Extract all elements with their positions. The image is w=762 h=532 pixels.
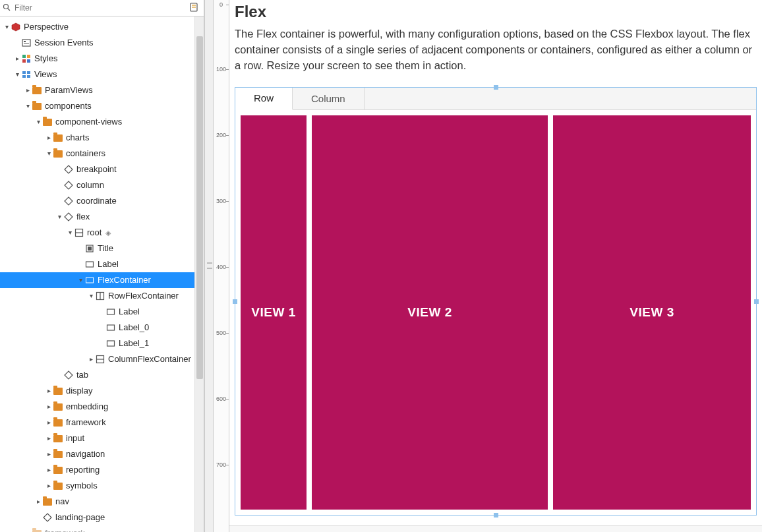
tree-label: landing-page <box>55 510 105 525</box>
tree-label: input <box>66 430 84 446</box>
tree-label: Title <box>98 241 113 256</box>
tree-label: coordinate <box>76 193 117 209</box>
tree-node-rowflex[interactable]: ▾ RowFlexContainer <box>0 288 204 304</box>
tree-label: tab <box>76 367 88 383</box>
svg-rect-25 <box>107 309 115 314</box>
ruler-tick: 300 <box>214 198 229 204</box>
view-2[interactable]: VIEW 2 <box>312 115 548 510</box>
resize-handle-right[interactable] <box>754 299 759 304</box>
selected-flex-container[interactable]: Row Column VIEW 1 VIEW 2 VIEW 3 <box>235 87 757 516</box>
label-icon <box>105 338 116 349</box>
flex-views-row: VIEW 1 VIEW 2 VIEW 3 <box>235 110 756 515</box>
tree-node-perspective[interactable]: ▾ Perspective <box>0 19 204 35</box>
tree-node-breakpoint[interactable]: ▸ breakpoint <box>0 162 204 177</box>
tree-node-tab[interactable]: ▸ tab <box>0 367 204 383</box>
tree-node-display[interactable]: ▸display <box>0 383 204 399</box>
tree-label: containers <box>66 146 105 162</box>
view-icon <box>63 196 74 206</box>
tree-node-component-views[interactable]: ▾ component-views <box>0 114 204 130</box>
tree-node-label-2[interactable]: ▸ Label <box>0 304 204 320</box>
ruler-tick: 0 <box>214 1 229 8</box>
tree-node-flexcontainer[interactable]: ▾ FlexContainer <box>0 272 204 288</box>
svg-rect-14 <box>27 71 30 74</box>
horizontal-ruler <box>229 525 762 532</box>
resize-handle-left[interactable] <box>233 299 237 304</box>
tree-label: navigation <box>66 446 105 462</box>
tree-node-coordinate[interactable]: ▸ coordinate <box>0 193 204 209</box>
tree-label: framework <box>66 415 106 430</box>
filter-tool-button[interactable] <box>187 3 201 14</box>
tree-node-containers[interactable]: ▾ containers <box>0 146 204 162</box>
tree-node-views[interactable]: ▾ Views <box>0 67 204 82</box>
view-icon <box>63 370 74 380</box>
flex-tabs: Row Column <box>235 88 756 110</box>
folder-icon <box>53 417 63 428</box>
tree-node-components[interactable]: ▾ components <box>0 98 204 114</box>
tree-node-embedding[interactable]: ▸embedding <box>0 399 204 415</box>
tree-label: Perspective <box>24 19 69 35</box>
filter-bar <box>0 0 204 16</box>
tree-node-charts[interactable]: ▸ charts <box>0 130 204 146</box>
ruler-tick: 400 <box>214 264 229 270</box>
tree-node-symbols[interactable]: ▸symbols <box>0 478 204 494</box>
svg-rect-13 <box>22 71 26 74</box>
folder-icon <box>42 496 53 507</box>
folder-icon <box>53 401 63 412</box>
tree-node-session-events[interactable]: ▸ Session Events <box>0 35 204 51</box>
tree-label: RowFlexContainer <box>108 288 179 304</box>
resize-handle-bottom[interactable] <box>494 513 498 517</box>
project-tree[interactable]: ▾ Perspective ▸ Session Events ▸ Styles … <box>0 16 204 532</box>
tree-node-framework-2[interactable]: ▸framework <box>0 525 204 532</box>
tab-label: Row <box>254 92 274 103</box>
tree-label: ParamViews <box>45 82 93 98</box>
view-1[interactable]: VIEW 1 <box>241 115 307 510</box>
resize-handle-top[interactable] <box>494 85 498 90</box>
tree-node-paramviews[interactable]: ▸ ParamViews <box>0 82 204 98</box>
tree-node-input[interactable]: ▸input <box>0 430 204 446</box>
tree-node-column[interactable]: ▸ column <box>0 177 204 193</box>
component-icon <box>84 243 95 254</box>
folder-icon <box>53 465 63 475</box>
view-label: VIEW 1 <box>251 305 295 320</box>
svg-rect-8 <box>24 44 29 44</box>
tree-node-label1[interactable]: ▸ Label_1 <box>0 336 204 351</box>
tab-column[interactable]: Column <box>293 88 365 109</box>
view-label: VIEW 2 <box>407 305 452 320</box>
tree-node-flex[interactable]: ▾ flex <box>0 209 204 225</box>
tree-node-nav[interactable]: ▸nav <box>0 494 204 510</box>
tree-node-label0[interactable]: ▸ Label_0 <box>0 320 204 336</box>
tree-node-framework[interactable]: ▸framework <box>0 415 204 430</box>
tree-node-label[interactable]: ▸ Label <box>0 256 204 272</box>
vertical-ruler: 0 100 200 300 400 500 600 700 <box>214 0 229 532</box>
tree-node-landing[interactable]: ▸landing-page <box>0 510 204 525</box>
design-surface[interactable]: Flex The Flex container is powerful, wit… <box>229 0 762 532</box>
filter-input[interactable] <box>13 3 187 13</box>
tree-node-navigation[interactable]: ▸navigation <box>0 446 204 462</box>
folder-icon <box>53 386 63 396</box>
search-icon <box>3 3 11 13</box>
label-icon <box>84 259 95 270</box>
panel-splitter[interactable] <box>204 0 214 532</box>
tree-node-root[interactable]: ▾ root ◈ <box>0 225 204 241</box>
svg-rect-27 <box>107 341 115 346</box>
tree-node-styles[interactable]: ▸ Styles <box>0 51 204 67</box>
svg-rect-9 <box>22 55 26 58</box>
session-events-icon <box>21 38 32 48</box>
page-title: Flex <box>235 3 757 21</box>
tree-label: Label_1 <box>119 336 149 351</box>
view-3[interactable]: VIEW 3 <box>553 115 751 510</box>
svg-marker-5 <box>12 23 20 31</box>
tree-scrollbar[interactable] <box>194 16 204 532</box>
tree-node-reporting[interactable]: ▸reporting <box>0 462 204 478</box>
tree-label: framework <box>45 525 85 532</box>
folder-icon <box>32 85 42 96</box>
tab-row[interactable]: Row <box>235 88 293 110</box>
ruler-tick: 100 <box>214 66 229 73</box>
svg-point-0 <box>4 4 9 9</box>
tree-node-title[interactable]: ▸ Title <box>0 241 204 256</box>
view-icon <box>42 512 53 523</box>
tree-node-colflex[interactable]: ▸ ColumnFlexContainer <box>0 351 204 367</box>
svg-rect-20 <box>88 247 92 251</box>
tree-label: column <box>76 177 104 193</box>
folder-icon <box>53 148 63 159</box>
